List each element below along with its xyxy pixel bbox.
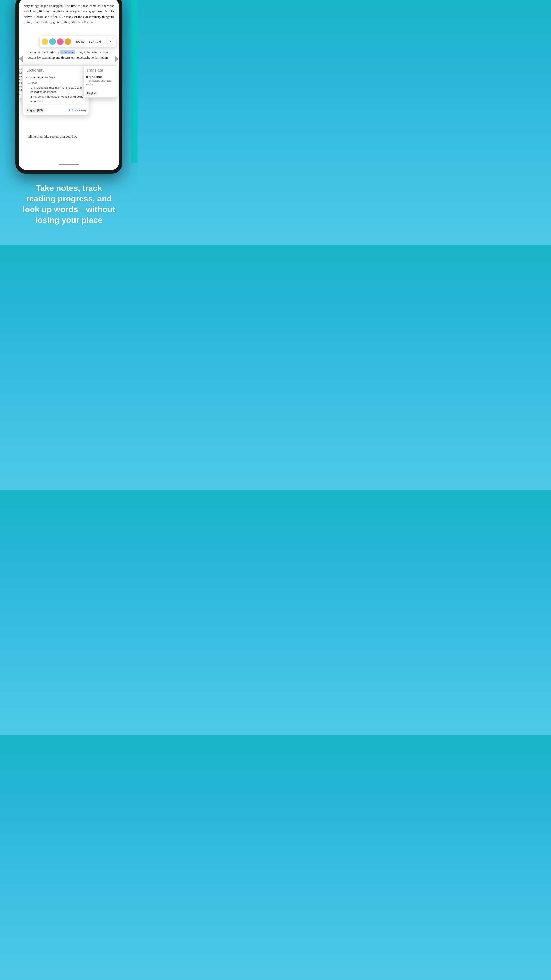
book-text-before-highlight: the most fascinating p bbox=[27, 50, 60, 54]
book-text-bottom: telling them like secrets that could be bbox=[22, 134, 115, 139]
translate-lang-button[interactable]: English bbox=[86, 91, 98, 96]
teal-side-band bbox=[130, 0, 138, 163]
dict-pos-value: noun bbox=[30, 81, 37, 84]
phone-frame: nary things began to happen. The first o… bbox=[15, 0, 122, 173]
main-tagline: Take notes, track reading progress, and … bbox=[23, 183, 115, 225]
translate-footer: English bbox=[84, 89, 118, 97]
dictionary-body: orphanage /'ôrfenij/ I. noun 1. a reside… bbox=[23, 74, 89, 106]
dictionary-title: Dictionary bbox=[23, 65, 89, 74]
dictionary-footer: English (US) Go to dictionary bbox=[23, 106, 89, 115]
tagline-line4: losing your place bbox=[35, 215, 102, 224]
book-text-bottom-content: telling them like secrets that could be bbox=[27, 135, 77, 138]
tagline-line3: look up words—without bbox=[23, 205, 115, 214]
nav-arrow-right[interactable] bbox=[115, 56, 119, 62]
translate-title: Translate bbox=[84, 65, 118, 74]
color-gold[interactable] bbox=[65, 38, 71, 45]
highlighted-word[interactable]: orphanage, bbox=[60, 50, 75, 54]
color-yellow[interactable] bbox=[41, 38, 48, 45]
phone-screen: nary things began to happen. The first o… bbox=[19, 0, 119, 170]
highlight-toolbar[interactable]: NOTE SEARCH › bbox=[39, 36, 116, 47]
translate-body: orphelinat Translations and more, visit … bbox=[84, 74, 118, 89]
nav-arrow-left[interactable] bbox=[19, 56, 23, 62]
go-to-dictionary-link[interactable]: Go to dictionary bbox=[68, 109, 86, 112]
book-text-top-content: nary things began to happen. The first o… bbox=[24, 4, 114, 24]
color-blue[interactable] bbox=[49, 38, 56, 45]
translate-panel[interactable]: Translate orphelinat Translations and mo… bbox=[83, 65, 118, 98]
dict-phonetic: /'ôrfenij/ bbox=[45, 76, 55, 79]
tagline-line1: Take notes, track bbox=[36, 183, 102, 192]
tagline-section: Take notes, track reading progress, and … bbox=[0, 163, 138, 245]
dict-lang-button[interactable]: English (US) bbox=[25, 108, 44, 113]
book-text-middle: the most fascinating porphanage, fought … bbox=[22, 49, 115, 60]
more-button[interactable]: › bbox=[107, 38, 114, 45]
dict-def-2: 2. <archaic> the state or condition of b… bbox=[30, 95, 85, 103]
dict-def-1: 1. a residential institution for the car… bbox=[30, 86, 85, 94]
translate-word: orphelinat bbox=[86, 75, 115, 79]
search-button[interactable]: SEARCH bbox=[87, 39, 103, 44]
dict-pos: I. noun bbox=[28, 81, 85, 85]
translate-sub: Translations and more, visit w... bbox=[86, 79, 115, 86]
tagline-line2: reading progress, and bbox=[26, 194, 112, 203]
dict-word: orphanage bbox=[26, 75, 43, 79]
note-button[interactable]: NOTE bbox=[75, 39, 86, 44]
toolbar-divider bbox=[73, 38, 73, 45]
dictionary-panel[interactable]: Dictionary orphanage /'ôrfenij/ I. noun … bbox=[22, 65, 89, 115]
dict-def-1-text: a residential institution for the care a… bbox=[30, 86, 82, 94]
phone-mockup: nary things began to happen. The first o… bbox=[15, 0, 122, 173]
color-pink[interactable] bbox=[57, 38, 64, 45]
book-text-top: nary things began to happen. The first o… bbox=[19, 0, 119, 25]
